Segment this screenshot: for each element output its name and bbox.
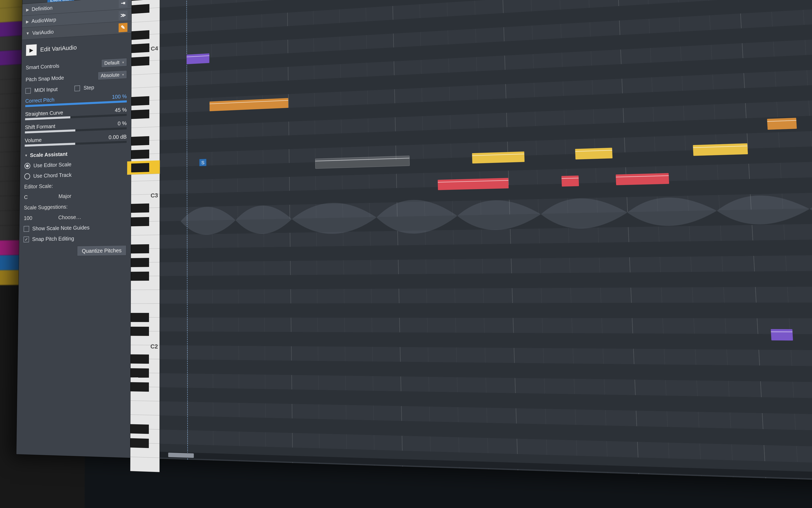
audiowarp-icon: ≫: [119, 10, 127, 20]
edit-variaudio-tool[interactable]: ▶ Edit VariAudio: [26, 37, 127, 59]
step-checkbox[interactable]: [75, 85, 80, 91]
scale-root-dropdown[interactable]: C: [24, 193, 57, 201]
pitch-segment[interactable]: [693, 143, 748, 156]
pitch-segment[interactable]: [616, 173, 669, 185]
smart-controls-dropdown[interactable]: Default: [101, 58, 127, 68]
snap-marker[interactable]: S: [199, 159, 206, 166]
suggestions-count: 100: [24, 214, 57, 222]
pitch-segment[interactable]: [186, 53, 209, 64]
pitch-segment[interactable]: [771, 329, 793, 340]
show-scale-guides-checkbox[interactable]: [24, 226, 29, 232]
snap-pitch-label: Snap Pitch Editing: [32, 235, 74, 243]
pitch-snap-label: Pitch Snap Mode: [26, 75, 64, 83]
snap-pitch-checkbox[interactable]: [24, 236, 29, 242]
pitch-grid[interactable]: S: [160, 0, 812, 482]
variaudio-icon: ✎: [119, 23, 127, 32]
pitch-segment[interactable]: [438, 178, 509, 190]
pitch-segment[interactable]: [561, 176, 579, 187]
step-label: Step: [83, 84, 94, 91]
editor-scale-label: Editor Scale:: [24, 181, 127, 190]
pitch-snap-dropdown[interactable]: Absolute: [98, 70, 127, 80]
pitch-segment[interactable]: [472, 152, 524, 164]
sample-editor-window: ◉ ♪) ▸▸ ✱ # Use Quantize Q 1/8 Triplet %…: [16, 0, 812, 482]
use-editor-scale-label: Use Editor Scale: [33, 161, 72, 169]
definition-icon: ⇥: [119, 0, 128, 8]
piano-keyboard[interactable]: C4C3C2: [130, 0, 160, 459]
pitch-segment[interactable]: [767, 118, 797, 130]
inspector-panel: ▶Definition⇥ ▶AudioWarp≫ ▼VariAudio✎ ▶ E…: [16, 0, 132, 458]
use-chord-track-label: Use Chord Track: [33, 172, 72, 179]
scrollbar-thumb[interactable]: [168, 453, 194, 458]
straighten-curve-slider[interactable]: Straighten Curve45 %: [25, 107, 127, 120]
edit-variaudio-label: Edit VariAudio: [40, 44, 77, 53]
show-scale-guides-label: Show Scale Note Guides: [32, 224, 90, 232]
play-icon: ▶: [26, 44, 37, 56]
midi-input-label: MIDI Input: [34, 86, 58, 93]
midi-input-checkbox[interactable]: [25, 88, 31, 94]
correct-pitch-slider[interactable]: Correct Pitch100 %: [25, 93, 127, 107]
use-editor-scale-radio[interactable]: [25, 163, 30, 169]
shift-formant-slider[interactable]: Shift Formant0 %: [25, 120, 127, 133]
scale-suggestions-label: Scale Suggestions:: [24, 202, 126, 211]
quantize-pitches-button[interactable]: Quantize Pitches: [77, 245, 126, 256]
suggestions-choose-dropdown[interactable]: Choose…: [58, 213, 126, 221]
scale-assistant-header[interactable]: Scale Assistant: [25, 149, 126, 159]
pitch-segment[interactable]: [575, 147, 612, 160]
volume-slider[interactable]: Volume0.00 dB: [25, 133, 127, 146]
smart-controls-label: Smart Controls: [26, 63, 59, 71]
use-chord-track-radio[interactable]: [24, 173, 30, 179]
scale-type-dropdown[interactable]: Major: [58, 191, 126, 200]
